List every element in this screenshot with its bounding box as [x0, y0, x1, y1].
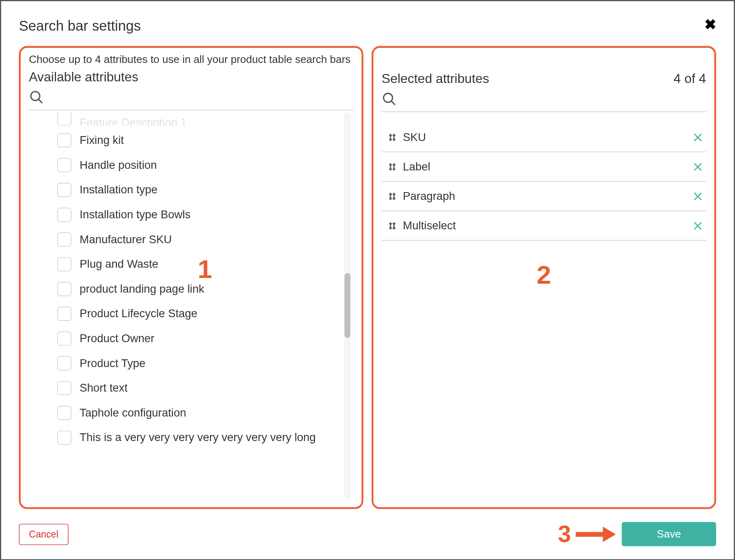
modal-footer: Cancel 3 Save [19, 509, 716, 547]
selected-item[interactable]: Paragraph [382, 181, 706, 211]
available-search-row [29, 87, 354, 110]
available-item[interactable]: Plug and Waste [57, 252, 353, 277]
available-item-label: Taphole configuration [80, 406, 186, 419]
checkbox-icon[interactable] [57, 332, 72, 346]
instruction-text: Choose up to 4 attributes to use in all … [29, 54, 354, 66]
available-item[interactable]: product landing page link [57, 277, 353, 302]
checkbox-icon[interactable] [57, 307, 72, 321]
selected-item[interactable]: Multiselect [382, 211, 706, 241]
selected-item-label: SKU [403, 131, 686, 144]
arrow-right-icon [574, 525, 616, 543]
svg-line-3 [391, 101, 395, 105]
checkbox-icon[interactable] [57, 208, 72, 222]
modal-title: Search bar settings [19, 18, 141, 34]
available-item[interactable]: Product Lifecycle Stage [57, 301, 353, 326]
available-item-label: Installation type [80, 184, 158, 197]
annotation-2: 2 [537, 260, 551, 289]
checkbox-icon[interactable] [57, 430, 72, 445]
available-item[interactable]: Manufacturer SKU [57, 227, 353, 252]
available-item-label: Product Lifecycle Stage [80, 307, 197, 320]
available-item-truncated[interactable]: Feature Description 1 [57, 113, 353, 126]
selected-item-label: Label [403, 160, 686, 173]
available-item-label: Product Owner [80, 332, 155, 345]
remove-icon[interactable] [692, 190, 704, 202]
available-item-label: Feature Description 1 [80, 116, 187, 125]
available-item[interactable]: This is a very very very very very very … [57, 425, 353, 450]
selected-list: SKULabelParagraphMultiselect [382, 123, 706, 241]
available-list: Feature Description 1 Fixing kitHandle p… [29, 113, 354, 499]
remove-icon[interactable] [692, 220, 704, 232]
modal-search-bar-settings: Search bar settings ✖ Choose up to 4 att… [0, 0, 735, 560]
checkbox-icon[interactable] [57, 158, 72, 172]
drag-handle-icon[interactable] [388, 220, 397, 231]
search-icon [382, 92, 397, 107]
available-item-label: Installation type Bowls [80, 208, 190, 221]
available-item-label: Plug and Waste [80, 258, 159, 271]
selected-attributes-title: Selected attributes [382, 72, 489, 87]
available-attributes-title: Available attributes [29, 69, 139, 85]
checkbox-icon[interactable] [57, 356, 72, 371]
close-icon[interactable]: ✖ [704, 18, 716, 32]
checkbox-icon[interactable] [57, 257, 72, 271]
svg-point-0 [31, 92, 40, 101]
svg-line-1 [38, 99, 42, 103]
selected-count: 4 of 4 [674, 72, 706, 87]
available-item[interactable]: Taphole configuration [57, 401, 353, 426]
available-item[interactable]: Fixing kit [57, 128, 353, 153]
available-item-label: Short text [80, 382, 128, 395]
drag-handle-icon[interactable] [388, 161, 397, 172]
remove-icon[interactable] [692, 131, 704, 143]
cancel-button[interactable]: Cancel [19, 524, 68, 545]
selected-item-label: Multiselect [403, 219, 686, 232]
svg-point-2 [383, 93, 392, 102]
selected-item[interactable]: Label [382, 152, 706, 181]
selected-search-input[interactable] [402, 93, 706, 105]
available-item[interactable]: Handle position [57, 153, 353, 178]
selected-attributes-panel: Selected attributes 4 of 4 SKULabelParag… [372, 46, 716, 509]
available-item-label: Handle position [80, 159, 157, 172]
drag-handle-icon[interactable] [388, 191, 397, 202]
available-item-label: This is a very very very very very very … [80, 431, 316, 444]
available-item[interactable]: Product Owner [57, 326, 353, 351]
annotation-3: 3 [558, 521, 571, 547]
save-button[interactable]: Save [622, 522, 716, 546]
scrollbar[interactable] [344, 113, 351, 499]
available-item-label: Product Type [80, 357, 146, 370]
available-item-label: Manufacturer SKU [80, 233, 172, 246]
available-item[interactable]: Installation type [57, 177, 353, 202]
checkbox-icon[interactable] [57, 282, 72, 296]
checkbox-icon[interactable] [57, 133, 72, 148]
svg-marker-13 [603, 526, 616, 542]
checkbox-icon[interactable] [57, 183, 72, 197]
selected-item-label: Paragraph [403, 190, 686, 203]
checkbox-icon[interactable] [57, 381, 72, 395]
available-item[interactable]: Short text [57, 376, 353, 401]
modal-header: Search bar settings ✖ [19, 18, 716, 34]
available-search-input[interactable] [49, 91, 354, 103]
available-item[interactable]: Installation type Bowls [57, 202, 353, 227]
search-icon [29, 90, 45, 105]
drag-handle-icon[interactable] [388, 132, 397, 143]
selected-item[interactable]: SKU [382, 123, 706, 152]
footer-right: 3 Save [558, 521, 716, 547]
panels-row: Choose up to 4 attributes to use in all … [19, 46, 716, 509]
available-attributes-panel: Choose up to 4 attributes to use in all … [19, 46, 363, 509]
available-item-label: Fixing kit [80, 134, 124, 147]
checkbox-icon[interactable] [57, 233, 72, 247]
remove-icon[interactable] [692, 161, 704, 172]
annotation-3-group: 3 [558, 521, 616, 547]
checkbox-icon[interactable] [57, 406, 72, 420]
checkbox-icon[interactable] [57, 113, 72, 126]
scroll-thumb[interactable] [345, 273, 350, 338]
available-item-label: product landing page link [80, 282, 204, 296]
available-item[interactable]: Product Type [57, 351, 353, 376]
selected-search-row [382, 89, 706, 112]
